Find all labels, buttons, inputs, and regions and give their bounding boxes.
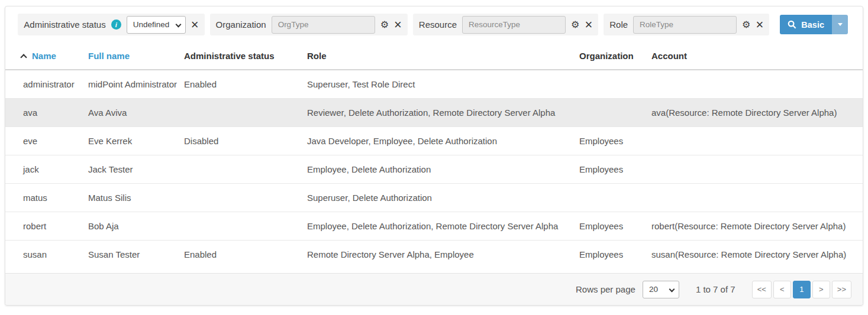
cell-full-name: Susan Tester	[83, 241, 179, 269]
search-mode-dropdown-button[interactable]	[832, 15, 848, 34]
column-header-role: Role	[302, 43, 575, 70]
user-table-body: administrator midPoint Administrator Ena…	[5, 70, 863, 268]
cell-name: matus	[5, 184, 83, 212]
cell-role: Employee, Delete Authorization	[302, 155, 575, 184]
cell-admin-status: Disabled	[179, 127, 302, 155]
cell-full-name: Ava Aviva	[83, 99, 179, 127]
cell-organization	[575, 99, 647, 127]
filter-resource: Resource ⚙ ×	[413, 14, 598, 35]
cell-account: robert(Resource: Remote Directory Server…	[647, 212, 863, 241]
cell-account: ava(Resource: Remote Directory Server Al…	[647, 99, 863, 127]
basic-search-label: Basic	[801, 20, 824, 30]
admin-status-select[interactable]: Undefined	[127, 16, 186, 34]
cell-admin-status: Enabled	[179, 241, 302, 269]
pagination-page-1-button[interactable]: 1	[793, 281, 811, 298]
table-row[interactable]: matus Matus Silis Superuser, Delete Auth…	[5, 184, 863, 212]
cell-name: eve	[5, 127, 83, 155]
cell-account	[647, 155, 863, 184]
cell-organization	[575, 70, 647, 99]
role-input[interactable]	[633, 16, 737, 34]
filter-role-label: Role	[609, 20, 628, 30]
cell-account	[647, 70, 863, 99]
filter-organization-label: Organization	[216, 20, 266, 30]
column-header-organization: Organization	[575, 43, 647, 70]
cell-role: Remote Directory Server Alpha, Employee	[302, 241, 575, 269]
filter-organization: Organization ⚙ ×	[210, 14, 408, 35]
filter-role: Role ⚙ ×	[604, 14, 769, 35]
filter-resource-label: Resource	[419, 20, 457, 30]
remove-role-filter-icon[interactable]: ×	[756, 18, 763, 31]
cell-full-name: midPoint Administrator	[83, 70, 179, 99]
cell-organization	[575, 184, 647, 212]
table-row[interactable]: ava Ava Aviva Reviewer, Delete Authoriza…	[5, 99, 863, 127]
cell-account: susan(Resource: Remote Directory Server …	[647, 241, 863, 269]
cell-admin-status	[179, 184, 302, 212]
pagination-prev-button[interactable]: <	[773, 281, 791, 298]
cell-admin-status: Enabled	[179, 70, 302, 99]
column-header-admin-status: Administrative status	[179, 43, 302, 70]
organization-settings-gear-icon[interactable]: ⚙	[380, 20, 389, 30]
table-row[interactable]: eve Eve Kerrek Disabled Java Developer, …	[5, 127, 863, 155]
rows-per-page-select[interactable]: 20	[643, 281, 679, 298]
cell-account	[647, 127, 863, 155]
filter-admin-status: Administrative status i Undefined ×	[18, 14, 204, 35]
cell-name: administrator	[5, 70, 83, 99]
table-row[interactable]: jack Jack Tester Employee, Delete Author…	[5, 155, 863, 184]
caret-down-icon	[838, 23, 843, 26]
cell-full-name: Bob Aja	[83, 212, 179, 241]
cell-role: Reviewer, Delete Authorization, Remote D…	[302, 99, 575, 127]
cell-organization: Employees	[575, 127, 647, 155]
basic-search-button[interactable]: Basic	[780, 15, 832, 34]
table-row[interactable]: administrator midPoint Administrator Ena…	[5, 70, 863, 99]
cell-account	[647, 184, 863, 212]
cell-organization: Employees	[575, 155, 647, 184]
cell-full-name: Eve Kerrek	[83, 127, 179, 155]
table-row[interactable]: susan Susan Tester Enabled Remote Direct…	[5, 241, 863, 269]
cell-admin-status	[179, 212, 302, 241]
info-icon[interactable]: i	[111, 20, 121, 30]
cell-full-name: Jack Tester	[83, 155, 179, 184]
cell-name: susan	[5, 241, 83, 269]
organization-input[interactable]	[272, 16, 375, 34]
resource-input[interactable]	[462, 16, 566, 34]
cell-role: Java Developer, Employee, Delete Authori…	[302, 127, 575, 155]
remove-resource-filter-icon[interactable]: ×	[585, 18, 592, 31]
cell-admin-status	[179, 99, 302, 127]
rows-per-page: Rows per page 20	[576, 281, 679, 298]
cell-name: ava	[5, 99, 83, 127]
cell-admin-status	[179, 155, 302, 184]
pagination: << < 1 > >>	[752, 281, 851, 298]
remove-organization-filter-icon[interactable]: ×	[394, 18, 402, 31]
pagination-first-button[interactable]: <<	[752, 281, 772, 298]
column-header-full-name: Full name	[83, 43, 179, 70]
column-full-name-link[interactable]: Full name	[88, 51, 130, 61]
table-footer: Rows per page 20 1 to 7 of 7 << < 1 > >>	[5, 273, 863, 305]
users-panel: Administrative status i Undefined × Orga…	[5, 6, 863, 306]
sort-ascending-icon[interactable]	[20, 54, 27, 60]
table-row[interactable]: robert Bob Aja Employee, Delete Authoriz…	[5, 212, 863, 241]
table-header-row: Name Full name Administrative status Rol…	[5, 43, 863, 70]
rows-per-page-label: Rows per page	[576, 284, 635, 294]
pagination-last-button[interactable]: >>	[832, 281, 851, 298]
cell-role: Superuser, Test Role Direct	[302, 70, 575, 99]
filter-admin-status-label: Administrative status	[24, 20, 105, 30]
pagination-range-text: 1 to 7 of 7	[696, 284, 735, 294]
column-header-name: Name	[5, 43, 83, 70]
role-settings-gear-icon[interactable]: ⚙	[742, 20, 750, 30]
cell-name: robert	[5, 212, 83, 241]
pagination-next-button[interactable]: >	[812, 281, 830, 298]
remove-admin-status-filter-icon[interactable]: ×	[191, 18, 199, 31]
resource-settings-gear-icon[interactable]: ⚙	[571, 20, 579, 30]
users-table: Name Full name Administrative status Rol…	[5, 43, 863, 268]
cell-organization: Employees	[575, 212, 647, 241]
search-icon	[788, 20, 796, 29]
search-split-button: Basic	[780, 15, 848, 34]
cell-organization: Employees	[575, 241, 647, 269]
cell-full-name: Matus Silis	[83, 184, 179, 212]
column-name-link[interactable]: Name	[32, 51, 56, 61]
column-header-account: Account	[647, 43, 863, 70]
cell-name: jack	[5, 155, 83, 184]
cell-role: Superuser, Delete Authorization	[302, 184, 575, 212]
search-filter-bar: Administrative status i Undefined × Orga…	[5, 7, 863, 43]
cell-role: Employee, Delete Authorization, Remote D…	[302, 212, 575, 241]
